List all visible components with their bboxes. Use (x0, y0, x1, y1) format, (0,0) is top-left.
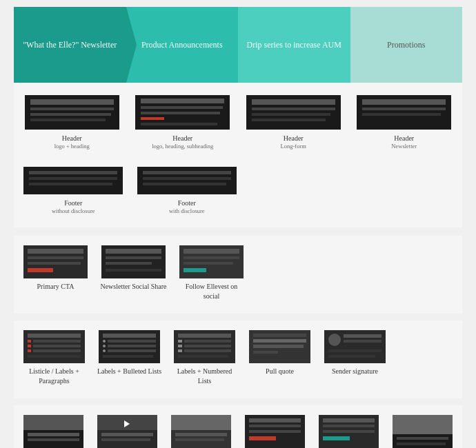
cta-thumbs-row: Primary CTA Newsletter Social Share (14, 236, 462, 309)
col-promotions: Promotions (350, 7, 463, 83)
header-4-sub: Newsletter (391, 143, 417, 150)
footer-thumb-1: Footer without disclosure (17, 163, 130, 222)
header-thumb-4: Header Newsletter (349, 91, 460, 157)
color-columns-row: "What the Elle?" Newsletter Product Anno… (14, 7, 462, 83)
lists-label-1: Listicle / Labels + Paragraphs (21, 367, 88, 386)
lists-label-5: Sender signature (332, 367, 378, 376)
features-thumbs-row: Feature Article RC or Press Feature Vide… (14, 405, 462, 448)
section-cta: Primary CTA Newsletter Social Share (14, 236, 462, 314)
header-thumbs-row: Header logo + heading Header logo, headi… (14, 87, 462, 160)
footer-1-label: Footer (64, 198, 82, 207)
header-thumb-2: Header logo, heading, subheading (128, 91, 239, 157)
lists-cell-3: Labels + Numbered Lists (167, 325, 242, 391)
footer-thumbs-row: Footer without disclosure Footer with di… (14, 160, 462, 227)
top-section: "What the Elle?" Newsletter Product Anno… (14, 7, 462, 227)
header-4-label: Header (394, 134, 414, 143)
page-wrapper: "What the Elle?" Newsletter Product Anno… (0, 0, 476, 448)
cta-cell-1: Primary CTA (17, 240, 95, 307)
header-3-label: Header (284, 134, 304, 143)
col-drip: Drip series to increase AUM (238, 7, 350, 83)
lists-label-4: Pull quote (266, 367, 294, 376)
header-thumb-3: Header Long-form (238, 91, 349, 157)
lists-thumbs-row: Listicle / Labels + Paragraphs Labels + … (14, 320, 462, 394)
lists-cell-1: Listicle / Labels + Paragraphs (17, 325, 92, 391)
feature-cell-6: Inline Image ex. Product image, Infograp… (386, 409, 459, 448)
cta-cell-3: Follow Ellevest on social (172, 240, 250, 307)
header-3-sub: Long-form (281, 143, 306, 150)
header-thumb-1: Header logo + heading (17, 91, 128, 157)
lists-cell-5: Sender signature (317, 325, 393, 391)
header-2-label: Header (172, 134, 192, 143)
col-newsletter: "What the Elle?" Newsletter (14, 7, 126, 83)
cta-label-2: Newsletter Social Share (100, 282, 166, 292)
lists-cell-2: Labels + Bulleted Lists (92, 325, 167, 391)
feature-cell-5: Event with Add to Calendar (312, 409, 386, 448)
header-2-sub: logo, heading, subheading (152, 143, 213, 150)
footer-2-sub: with disclosure (169, 207, 205, 215)
feature-cell-1: Feature Article RC or Press (17, 409, 90, 448)
cta-label-1: Primary CTA (37, 282, 75, 292)
cta-label-3: Follow Ellevest on social (177, 282, 246, 301)
col-drip-label: Drip series to increase AUM (247, 40, 341, 50)
header-1-sub: logo + heading (54, 143, 90, 150)
lists-label-3: Labels + Numbered Lists (171, 367, 238, 386)
cta-cell-2: Newsletter Social Share (95, 240, 172, 307)
section-features: Feature Article RC or Press Feature Vide… (14, 405, 462, 448)
footer-1-sub: without disclosure (52, 207, 95, 215)
lists-cell-4: Pull quote (242, 325, 317, 391)
feature-cell-4: Event with RSVP CTA (238, 409, 312, 448)
feature-cell-3: Feature Podcast (164, 409, 238, 448)
lists-label-2: Labels + Bulleted Lists (97, 367, 161, 376)
feature-cell-2: Feature Video (90, 409, 164, 448)
header-1-label: Header (62, 134, 82, 143)
col-promotions-label: Promotions (387, 40, 425, 50)
section-lists: Listicle / Labels + Paragraphs Labels + … (14, 320, 462, 398)
col-newsletter-label: "What the Elle?" Newsletter (23, 40, 117, 50)
col-product: Product Announcements (126, 7, 239, 83)
footer-thumb-2: Footer with disclosure (130, 163, 244, 222)
footer-2-label: Footer (178, 198, 196, 207)
col-product-label: Product Announcements (141, 40, 223, 50)
